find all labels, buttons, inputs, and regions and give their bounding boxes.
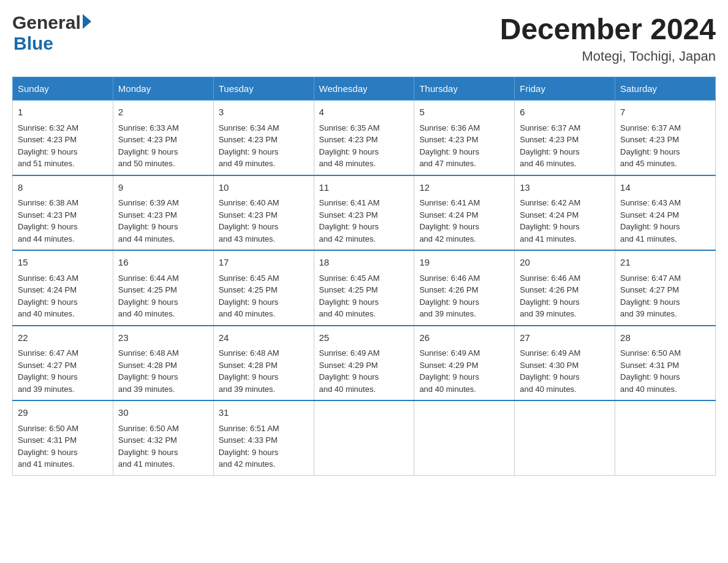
- calendar-day-cell: 21 Sunrise: 6:47 AM Sunset: 4:27 PM Dayl…: [615, 250, 716, 326]
- daylight-text: Daylight: 9 hours: [118, 297, 178, 307]
- daylight-text: Daylight: 9 hours: [18, 222, 78, 231]
- calendar-day-cell: 27 Sunrise: 6:49 AM Sunset: 4:30 PM Dayl…: [515, 326, 615, 401]
- calendar-day-cell: 5 Sunrise: 6:36 AM Sunset: 4:23 PM Dayli…: [414, 101, 515, 175]
- day-number: 28: [620, 331, 710, 345]
- sunrise-text: Sunrise: 6:49 AM: [419, 348, 480, 358]
- daylight-text: Daylight: 9 hours: [319, 147, 379, 156]
- day-number: 10: [219, 181, 309, 195]
- daylight-cont: and 40 minutes.: [18, 309, 75, 318]
- day-number: 23: [118, 331, 208, 345]
- sunset-text: Sunset: 4:26 PM: [419, 285, 478, 294]
- calendar-subtitle: Motegi, Tochigi, Japan: [500, 48, 716, 64]
- daylight-text: Daylight: 9 hours: [319, 297, 379, 307]
- daylight-cont: and 41 minutes.: [520, 234, 577, 243]
- day-number: 4: [319, 105, 409, 120]
- calendar-week-row: 22 Sunrise: 6:47 AM Sunset: 4:27 PM Dayl…: [13, 326, 716, 401]
- sunset-text: Sunset: 4:31 PM: [18, 435, 77, 445]
- calendar-table: SundayMondayTuesdayWednesdayThursdayFrid…: [12, 77, 716, 476]
- daylight-text: Daylight: 9 hours: [319, 372, 379, 381]
- sunset-text: Sunset: 4:29 PM: [419, 361, 478, 370]
- daylight-cont: and 39 minutes.: [620, 309, 677, 318]
- calendar-day-cell: 7 Sunrise: 6:37 AM Sunset: 4:23 PM Dayli…: [615, 101, 716, 175]
- sunset-text: Sunset: 4:23 PM: [219, 210, 278, 220]
- sunrise-text: Sunrise: 6:51 AM: [219, 424, 279, 433]
- weekday-header: Thursday: [414, 77, 515, 101]
- sunrise-text: Sunrise: 6:48 AM: [219, 348, 279, 358]
- daylight-cont: and 51 minutes.: [18, 159, 75, 168]
- sunset-text: Sunset: 4:30 PM: [520, 361, 578, 370]
- daylight-text: Daylight: 9 hours: [18, 147, 78, 156]
- daylight-text: Daylight: 9 hours: [219, 372, 279, 381]
- calendar-day-cell: 2 Sunrise: 6:33 AM Sunset: 4:23 PM Dayli…: [113, 101, 213, 175]
- daylight-cont: and 40 minutes.: [419, 385, 476, 394]
- sunset-text: Sunset: 4:29 PM: [319, 361, 378, 370]
- day-number: 15: [18, 256, 108, 270]
- daylight-text: Daylight: 9 hours: [620, 222, 680, 231]
- daylight-cont: and 40 minutes.: [118, 309, 175, 318]
- day-number: 25: [319, 331, 409, 345]
- sunset-text: Sunset: 4:23 PM: [319, 210, 378, 220]
- sunrise-text: Sunrise: 6:35 AM: [319, 123, 380, 132]
- calendar-day-cell: 8 Sunrise: 6:38 AM Sunset: 4:23 PM Dayli…: [13, 175, 113, 251]
- calendar-week-row: 8 Sunrise: 6:38 AM Sunset: 4:23 PM Dayli…: [13, 175, 716, 251]
- daylight-text: Daylight: 9 hours: [520, 297, 580, 307]
- calendar-day-cell: 25 Sunrise: 6:49 AM Sunset: 4:29 PM Dayl…: [314, 326, 414, 401]
- sunrise-text: Sunrise: 6:50 AM: [18, 424, 78, 433]
- day-number: 13: [520, 181, 610, 195]
- sunset-text: Sunset: 4:24 PM: [620, 210, 679, 220]
- sunrise-text: Sunrise: 6:47 AM: [620, 274, 681, 283]
- title-section: December 2024 Motegi, Tochigi, Japan: [500, 12, 716, 64]
- calendar-day-cell: [314, 400, 414, 475]
- sunset-text: Sunset: 4:25 PM: [219, 285, 278, 294]
- sunset-text: Sunset: 4:23 PM: [118, 135, 177, 144]
- day-number: 20: [520, 256, 610, 270]
- sunset-text: Sunset: 4:33 PM: [219, 435, 278, 445]
- daylight-text: Daylight: 9 hours: [319, 222, 379, 231]
- daylight-text: Daylight: 9 hours: [620, 372, 680, 381]
- weekday-header: Friday: [515, 77, 615, 101]
- daylight-cont: and 41 minutes.: [620, 234, 677, 243]
- sunset-text: Sunset: 4:23 PM: [18, 135, 77, 144]
- sunrise-text: Sunrise: 6:45 AM: [219, 274, 279, 283]
- sunrise-text: Sunrise: 6:43 AM: [18, 274, 78, 283]
- daylight-text: Daylight: 9 hours: [520, 222, 580, 231]
- calendar-day-cell: 3 Sunrise: 6:34 AM Sunset: 4:23 PM Dayli…: [213, 101, 314, 175]
- sunrise-text: Sunrise: 6:37 AM: [620, 123, 681, 132]
- calendar-day-cell: 11 Sunrise: 6:41 AM Sunset: 4:23 PM Dayl…: [314, 175, 414, 251]
- day-number: 16: [118, 256, 208, 270]
- calendar-day-cell: 9 Sunrise: 6:39 AM Sunset: 4:23 PM Dayli…: [113, 175, 213, 251]
- day-number: 14: [620, 181, 710, 195]
- sunset-text: Sunset: 4:27 PM: [620, 285, 679, 294]
- sunrise-text: Sunrise: 6:46 AM: [419, 274, 480, 283]
- day-number: 7: [620, 105, 710, 120]
- daylight-cont: and 45 minutes.: [620, 159, 677, 168]
- calendar-day-cell: 15 Sunrise: 6:43 AM Sunset: 4:24 PM Dayl…: [13, 250, 113, 326]
- daylight-text: Daylight: 9 hours: [620, 297, 680, 307]
- sunrise-text: Sunrise: 6:39 AM: [118, 198, 179, 207]
- logo: General Blue: [12, 12, 91, 54]
- daylight-text: Daylight: 9 hours: [219, 297, 279, 307]
- sunrise-text: Sunrise: 6:50 AM: [118, 424, 179, 433]
- daylight-text: Daylight: 9 hours: [419, 297, 479, 307]
- daylight-text: Daylight: 9 hours: [118, 222, 178, 231]
- daylight-text: Daylight: 9 hours: [118, 147, 178, 156]
- daylight-cont: and 42 minutes.: [219, 459, 276, 469]
- sunset-text: Sunset: 4:31 PM: [620, 361, 679, 370]
- daylight-cont: and 39 minutes.: [419, 309, 476, 318]
- daylight-cont: and 39 minutes.: [118, 385, 175, 394]
- calendar-day-cell: 1 Sunrise: 6:32 AM Sunset: 4:23 PM Dayli…: [13, 101, 113, 175]
- daylight-text: Daylight: 9 hours: [520, 372, 580, 381]
- calendar-day-cell: 24 Sunrise: 6:48 AM Sunset: 4:28 PM Dayl…: [213, 326, 314, 401]
- daylight-text: Daylight: 9 hours: [118, 448, 178, 457]
- daylight-cont: and 43 minutes.: [219, 234, 276, 243]
- weekday-header: Wednesday: [314, 77, 414, 101]
- logo-general-text: General: [12, 12, 81, 33]
- calendar-week-row: 1 Sunrise: 6:32 AM Sunset: 4:23 PM Dayli…: [13, 101, 716, 175]
- daylight-cont: and 47 minutes.: [419, 159, 476, 168]
- weekday-header: Tuesday: [213, 77, 314, 101]
- calendar-day-cell: 23 Sunrise: 6:48 AM Sunset: 4:28 PM Dayl…: [113, 326, 213, 401]
- daylight-cont: and 44 minutes.: [118, 234, 175, 243]
- sunset-text: Sunset: 4:25 PM: [118, 285, 177, 294]
- calendar-day-cell: 26 Sunrise: 6:49 AM Sunset: 4:29 PM Dayl…: [414, 326, 515, 401]
- calendar-day-cell: 30 Sunrise: 6:50 AM Sunset: 4:32 PM Dayl…: [113, 400, 213, 475]
